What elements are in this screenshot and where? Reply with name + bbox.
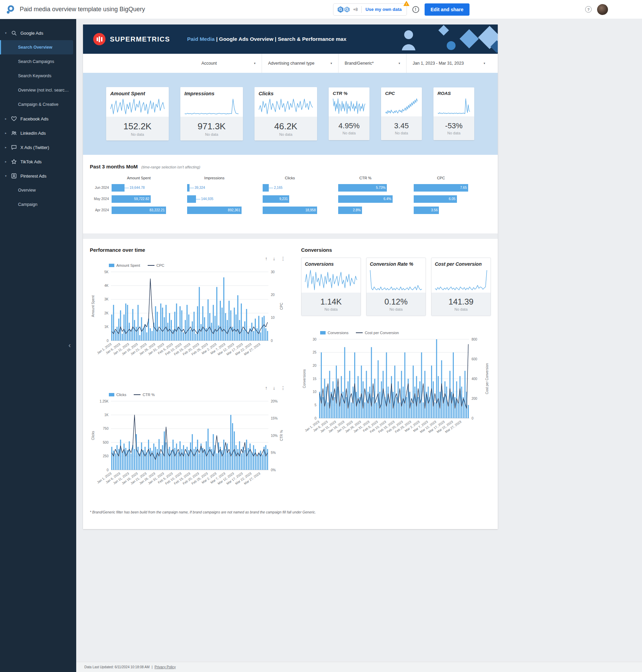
scorecard-conversions: Conversions1.14KNo data xyxy=(301,258,361,316)
sidebar-item-x-ads-twitter[interactable]: ▸X Ads (Twitter) xyxy=(0,140,76,154)
mom-bar-row: 892,361 xyxy=(187,207,262,214)
filter-brand-generic[interactable]: Brand/Generic*▾ xyxy=(338,54,406,73)
legend-label: Amount Spent xyxy=(116,263,140,268)
conversions-title: Conversions xyxy=(301,247,491,253)
help-icon[interactable]: ? xyxy=(585,6,592,13)
mom-bar: 83,222.21 xyxy=(112,207,166,214)
mom-chart-clicks[interactable]: Clicks2,1659,23118,958 xyxy=(262,176,338,218)
scorecard-title: Clicks xyxy=(259,91,313,96)
filter-account[interactable]: Account▾ xyxy=(195,54,262,73)
scorecard-title: ROAS xyxy=(438,91,470,96)
chart-legend: Clicks CTR % xyxy=(109,392,289,398)
filter-advertising-channel-type[interactable]: Advertising channel type▾ xyxy=(262,54,338,73)
filter-bar: Account▾Advertising channel type▾Brand/G… xyxy=(83,54,498,73)
svg-text:25: 25 xyxy=(313,350,317,354)
bar-swatch xyxy=(320,331,325,335)
chevron-right-icon[interactable]: ▸ xyxy=(4,146,8,149)
filter-label: Advertising channel type xyxy=(268,61,314,66)
svg-text:Cost per Conversion: Cost per Conversion xyxy=(485,363,489,394)
mom-bar-row: 6.05 xyxy=(414,195,489,203)
mom-bar: 59,722.82 xyxy=(112,195,151,203)
sidebar-item-search-overview[interactable]: Search Overview xyxy=(0,40,73,54)
topbar: Paid media overview template using BigQu… xyxy=(0,0,642,19)
mom-bar-value: 9,231 xyxy=(262,195,289,203)
mom-month-label: May 2024 xyxy=(92,195,109,203)
chevron-right-icon[interactable]: ▸ xyxy=(4,160,8,163)
sidebar-item-pinterest-ads[interactable]: ▾Pinterest Ads xyxy=(0,169,76,183)
sidebar-item-overview-not-incl-searc[interactable]: Overview (not incl. searc… xyxy=(0,83,73,97)
sidebar: ‹ ▾Google AdsSearch OverviewSearch Campa… xyxy=(0,19,76,672)
people-icon xyxy=(11,130,17,136)
footnote: * Brand/Generic filter has been build fr… xyxy=(90,510,491,514)
sidebar-item-google-ads[interactable]: ▾Google Ads xyxy=(0,26,76,40)
chevron-down-icon: ▾ xyxy=(484,62,485,65)
conversions-cost-chart[interactable]: 0510152025300200400600800Jan 1, 2023Jan … xyxy=(301,336,491,453)
mom-bar-value: 892,361 xyxy=(187,207,242,214)
roas-sparkline xyxy=(438,98,470,114)
mom-chart-title: CPC xyxy=(414,176,468,181)
sidebar-item-search-campaigns[interactable]: Search Campaigns xyxy=(0,54,73,69)
amount-spent-cpc-chart[interactable]: 01K2K3K4K5K0102030Jan 1, 2023Jan 6, 2023… xyxy=(90,269,285,371)
more-options-icon[interactable]: ⋮ xyxy=(281,256,285,261)
divider xyxy=(361,6,362,13)
filter-label: Jan 1, 2023 - Mar 31, 2023 xyxy=(413,61,464,66)
scorecard-value: 152.2K xyxy=(124,121,151,132)
sidebar-item-label: Overview (not incl. searc… xyxy=(18,88,69,92)
heart-icon xyxy=(11,116,17,122)
scorecard-value: 971.3K xyxy=(198,121,226,132)
scorecard-conversion-rate: Conversion Rate %0.12%No data xyxy=(366,258,426,316)
sidebar-item-tiktok-ads[interactable]: ▸TikTok Ads xyxy=(0,154,76,169)
filter-jan-1-2023-mar-31-2023[interactable]: Jan 1, 2023 - Mar 31, 2023▾ xyxy=(406,54,491,73)
scorecard-value: 4.95% xyxy=(338,121,360,130)
mom-note: (time-range selection isn't affecting) xyxy=(141,165,200,169)
clicks-ctr-chart[interactable]: 02505007501K1.25K0%5%10%15%20%Jan 1, 202… xyxy=(90,398,285,500)
sidebar-item-label: Search Campaigns xyxy=(18,59,54,64)
bigquery-icon xyxy=(343,6,351,13)
move-up-icon[interactable]: ↑ xyxy=(265,256,267,261)
chevron-down-icon[interactable]: ▾ xyxy=(4,174,8,178)
sidebar-item-campaign[interactable]: Campaign xyxy=(0,197,73,212)
move-down-icon[interactable]: ↓ xyxy=(273,385,275,391)
sidebar-item-label: Search Keywords xyxy=(18,74,51,78)
mom-chart-cpc[interactable]: CPC7.656.053.56 xyxy=(414,176,489,218)
chevron-down-icon: ▾ xyxy=(330,62,332,65)
svg-text:2K: 2K xyxy=(104,311,109,315)
move-down-icon[interactable]: ↓ xyxy=(273,256,275,261)
sidebar-item-search-keywords[interactable]: Search Keywords xyxy=(0,69,73,83)
app-logo-icon[interactable] xyxy=(5,4,16,15)
sidebar-collapse-button[interactable]: ‹ xyxy=(68,341,71,348)
alert-icon[interactable]: ! xyxy=(412,6,419,13)
mom-bar-value: 59,722.82 xyxy=(112,195,151,203)
bar-swatch xyxy=(109,264,114,267)
mom-bar-value: 2.8% xyxy=(338,207,362,214)
mom-chart-ctr[interactable]: CTR %5.73%6.4%2.8% xyxy=(338,176,414,218)
mom-chart-title: CTR % xyxy=(338,176,393,181)
edit-share-button[interactable]: Edit and share xyxy=(425,3,470,16)
sidebar-item-label: Search Overview xyxy=(18,45,52,50)
sidebar-item-label: Google Ads xyxy=(21,30,43,36)
chevron-right-icon[interactable]: ▸ xyxy=(4,131,8,135)
mom-bar-row: 19,644.78 xyxy=(112,184,187,192)
sidebar-item-facebook-ads[interactable]: ▸Facebook Ads xyxy=(0,112,76,126)
sidebar-item-overview[interactable]: Overview xyxy=(0,183,73,197)
svg-text:30: 30 xyxy=(271,270,275,274)
privacy-policy-link[interactable]: Privacy Policy xyxy=(154,665,176,669)
mom-chart-amount-spent[interactable]: Amount Spent19,644.7859,722.8283,222.21 xyxy=(112,176,187,218)
use-own-data-link[interactable]: Use my own data xyxy=(365,7,401,12)
avatar[interactable] xyxy=(597,4,608,15)
mom-connector xyxy=(125,188,129,188)
svg-text:CTR %: CTR % xyxy=(280,430,283,441)
more-options-icon[interactable]: ⋮ xyxy=(281,385,285,391)
cost_per_conversion-sparkline xyxy=(435,270,487,290)
chevron-right-icon[interactable]: ▸ xyxy=(4,117,8,120)
sidebar-item-linkedin-ads[interactable]: ▸LinkedIn Ads xyxy=(0,126,76,140)
scorecard-value: 3.45 xyxy=(394,121,409,130)
chevron-down-icon[interactable]: ▾ xyxy=(4,31,8,35)
sidebar-item-label: Facebook Ads xyxy=(21,116,48,121)
chevron-down-icon: ▾ xyxy=(254,62,256,65)
sidebar-item-campaign-creative[interactable]: Campaign & Creative xyxy=(0,97,73,112)
mom-chart-impressions[interactable]: Impressions39,324144,935892,361 xyxy=(187,176,262,218)
scorecard-cost-per-conversion: Cost per Conversion141.39No data xyxy=(431,258,491,316)
data-sources-pill[interactable]: +8 Use my own data ! xyxy=(333,3,407,16)
move-up-icon[interactable]: ↑ xyxy=(265,385,267,391)
